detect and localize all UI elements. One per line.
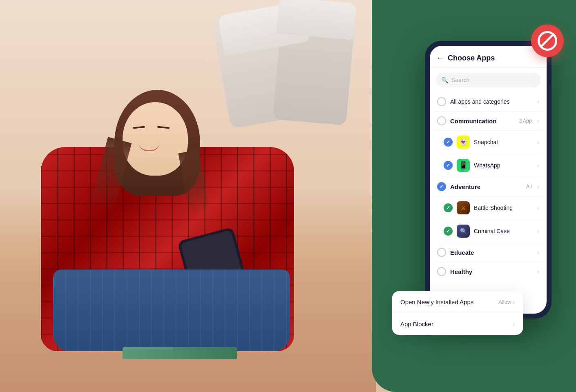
radio-communication	[437, 116, 446, 125]
adventure-label: Adventure	[450, 183, 522, 190]
sock-right	[276, 0, 357, 40]
snapchat-ghost-icon: 👻	[459, 138, 468, 147]
app-icon-whatsapp: 📱	[457, 159, 470, 172]
chevron-healthy: ›	[537, 268, 539, 275]
check-adventure: ✓	[437, 182, 446, 191]
phone-screen: ← Choose Apps 🔍 Search All apps and cate…	[430, 46, 547, 314]
ban-icon-wrapper	[531, 24, 564, 57]
list-item-whatsapp[interactable]: ✓ 📱 WhatsApp ›	[440, 154, 543, 177]
phone-title: Choose Apps	[448, 54, 495, 62]
healthy-label: Healthy	[450, 268, 533, 275]
app-icon-criminal-case: 🔍	[457, 225, 470, 238]
radio-healthy	[437, 267, 446, 276]
adventure-badge: All	[526, 184, 531, 189]
chevron-app-blocker: ›	[513, 321, 515, 327]
check-battle-shooting: ✓	[444, 203, 453, 212]
card-item-open-newly[interactable]: Open Newly Installed Apps Allow ›	[392, 291, 523, 313]
chevron-communication: ›	[537, 118, 539, 124]
communication-badge: 2 App	[519, 118, 532, 124]
phone-header: ← Choose Apps	[430, 46, 547, 68]
whatsapp-phone-icon: 📱	[459, 161, 468, 170]
all-apps-label: All apps and categories	[450, 98, 533, 105]
snapchat-label: Snapchat	[474, 139, 533, 145]
educate-label: Educate	[450, 249, 533, 256]
open-newly-label: Open Newly Installed Apps	[400, 298, 498, 305]
criminal-case-label: Criminal Case	[474, 228, 533, 234]
list-item-communication[interactable]: Communication 2 App ›	[433, 111, 543, 131]
radio-all-apps	[437, 97, 446, 106]
search-placeholder: Search	[451, 77, 469, 83]
book-tablet	[123, 347, 237, 359]
chevron-criminal-case: ›	[537, 228, 539, 234]
chevron-all-apps: ›	[537, 98, 539, 105]
check-whatsapp: ✓	[444, 161, 453, 170]
list-item-battle-shooting[interactable]: ✓ ⚔ Battle Shooting ›	[440, 196, 543, 220]
battle-shooting-label: Battle Shooting	[474, 205, 533, 211]
radio-educate	[437, 248, 446, 257]
app-list: All apps and categories › Communication …	[430, 92, 547, 314]
list-item-snapchat[interactable]: ✓ 👻 Snapchat ›	[440, 131, 543, 154]
chevron-whatsapp: ›	[537, 162, 539, 169]
girl-photo-area	[0, 0, 376, 392]
communication-label: Communication	[450, 118, 515, 125]
chevron-open-newly: ›	[513, 299, 515, 305]
ban-symbol	[538, 31, 557, 51]
check-snapchat: ✓	[444, 138, 453, 147]
search-icon: 🔍	[441, 77, 448, 83]
list-item-all-apps[interactable]: All apps and categories ›	[433, 92, 543, 111]
list-item-educate[interactable]: Educate ›	[433, 243, 543, 262]
open-newly-badge: Allow	[498, 299, 511, 305]
chevron-adventure: ›	[537, 183, 539, 190]
chevron-battle-shooting: ›	[537, 205, 539, 211]
app-icon-snapchat: 👻	[457, 136, 470, 149]
app-icon-battle-shooting: ⚔	[457, 201, 470, 214]
card-item-app-blocker[interactable]: App Blocker ›	[392, 313, 523, 335]
back-button[interactable]: ←	[436, 54, 444, 62]
search-bar[interactable]: 🔍 Search	[435, 73, 541, 87]
chevron-educate: ›	[537, 249, 539, 256]
app-blocker-label: App Blocker	[400, 321, 513, 327]
chevron-snapchat: ›	[537, 139, 539, 145]
jeans	[53, 270, 290, 351]
floating-card: Open Newly Installed Apps Allow › App Bl…	[392, 291, 523, 335]
phone-mockup: ← Choose Apps 🔍 Search All apps and cate…	[425, 41, 551, 318]
list-item-healthy[interactable]: Healthy ›	[433, 262, 543, 281]
whatsapp-label: WhatsApp	[474, 162, 533, 169]
list-item-criminal-case[interactable]: ✓ 🔍 Criminal Case ›	[440, 220, 543, 243]
list-item-adventure[interactable]: ✓ Adventure All ›	[433, 177, 543, 196]
ban-line	[540, 33, 555, 47]
check-criminal-case: ✓	[444, 227, 453, 236]
